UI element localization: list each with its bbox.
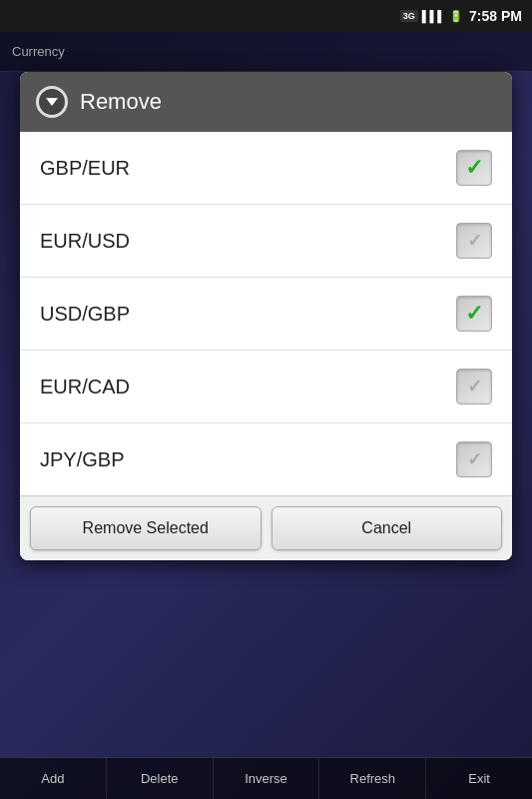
status-icons: 3G ▌▌▌ 🔋	[400, 10, 463, 23]
dialog-buttons: Remove Selected Cancel	[20, 495, 512, 560]
currency-list: GBP/EUR ✓ EUR/USD ✓ USD/GBP ✓ EUR/CAD	[20, 132, 512, 495]
currency-label: EUR/USD	[40, 230, 130, 253]
bottom-nav: Add Delete Inverse Refresh Exit	[0, 757, 532, 799]
nav-refresh-label: Refresh	[350, 771, 396, 786]
checkbox-eur-usd[interactable]: ✓	[456, 223, 492, 259]
dialog-icon	[36, 86, 68, 118]
nav-add-label: Add	[41, 771, 64, 786]
checkbox-jpy-gbp[interactable]: ✓	[456, 441, 492, 477]
currency-label: GBP/EUR	[40, 157, 130, 180]
nav-add[interactable]: Add	[0, 758, 107, 799]
nav-exit-label: Exit	[468, 771, 490, 786]
status-time: 7:58 PM	[469, 8, 522, 24]
remove-dialog: Remove GBP/EUR ✓ EUR/USD ✓ USD/GBP ✓	[20, 72, 512, 560]
battery-icon: 🔋	[449, 10, 463, 23]
currency-label: EUR/CAD	[40, 376, 130, 399]
list-item[interactable]: GBP/EUR ✓	[20, 132, 512, 205]
checkbox-gbp-eur[interactable]: ✓	[456, 150, 492, 186]
checkmark-eur-cad: ✓	[467, 378, 482, 396]
app-topbar: Currency	[0, 32, 532, 72]
nav-refresh[interactable]: Refresh	[319, 758, 426, 799]
app-title: Currency	[12, 44, 65, 59]
currency-label: USD/GBP	[40, 303, 130, 326]
app-background: Currency Remove GBP/EUR ✓ EUR/USD	[0, 32, 532, 799]
dialog-header: Remove	[20, 72, 512, 132]
checkbox-eur-cad[interactable]: ✓	[456, 369, 492, 404]
nav-inverse-label: Inverse	[245, 771, 287, 786]
checkbox-usd-gbp[interactable]: ✓	[456, 296, 492, 332]
list-item[interactable]: EUR/CAD ✓	[20, 351, 512, 423]
remove-selected-button[interactable]: Remove Selected	[30, 506, 262, 550]
nav-inverse[interactable]: Inverse	[214, 758, 320, 799]
nav-delete-label: Delete	[141, 771, 179, 786]
nav-delete[interactable]: Delete	[107, 758, 214, 799]
3g-icon: 3G	[400, 10, 418, 22]
nav-exit[interactable]: Exit	[426, 758, 532, 799]
currency-label: JPY/GBP	[40, 448, 124, 471]
dialog-title: Remove	[80, 89, 162, 115]
signal-icon: ▌▌▌	[422, 10, 445, 22]
svg-marker-0	[46, 98, 58, 106]
list-item[interactable]: EUR/USD ✓	[20, 205, 512, 278]
checkmark-jpy-gbp: ✓	[467, 450, 482, 468]
checkmark-usd-gbp: ✓	[465, 303, 483, 325]
list-item[interactable]: JPY/GBP ✓	[20, 423, 512, 495]
list-item[interactable]: USD/GBP ✓	[20, 278, 512, 351]
checkmark-eur-usd: ✓	[467, 232, 482, 250]
checkmark-gbp-eur: ✓	[465, 157, 483, 179]
status-bar: 3G ▌▌▌ 🔋 7:58 PM	[0, 0, 532, 32]
cancel-button[interactable]: Cancel	[271, 506, 503, 550]
